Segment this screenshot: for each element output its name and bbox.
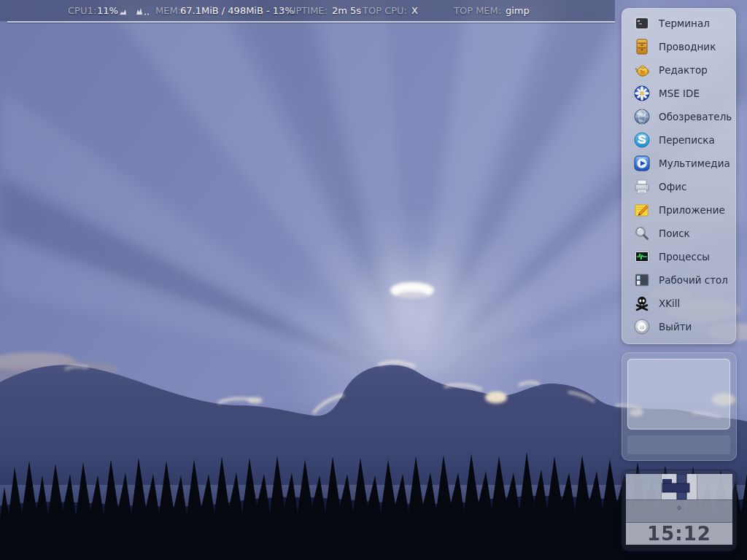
top-mem-value: gimp [506,5,530,16]
skull-icon [632,295,651,313]
launcher-item-label: Приложение [659,204,725,216]
launcher-item-label: Процессы [659,251,710,262]
pager-panel [622,352,737,461]
clock-time: 15:12 [647,523,711,545]
clock-panel: ° 15:12 [622,470,737,551]
launcher-item-terminal[interactable]: Терминал [622,12,736,35]
launcher-item-label: Офис [659,181,686,192]
mem-value: 67.1MiB / 498MiB - 13% [180,5,294,16]
flag-cell-right [697,474,732,499]
uptime-label: UPTIME: [289,5,328,16]
note-pencil-icon [632,201,651,219]
launcher-item-browser[interactable]: Обозреватель [622,105,736,128]
cpu-value: 11% [97,5,118,16]
cpu-graph-icon [119,7,128,16]
top-cpu-label: TOP CPU: [363,5,407,16]
launcher-item-label: Редактор [659,64,708,76]
top-mem-label: TOP MEM: [454,5,501,16]
ide-flower-icon [632,85,651,103]
cpu-history-graph-icon [136,7,150,16]
launcher-item-label: Проводник [659,41,716,52]
launcher-item-label: Поиск [659,228,690,239]
mem-label: MEM: [155,5,181,16]
clock-display: 15:12 [626,523,732,545]
launcher-item-messenger[interactable]: Переписка [622,128,736,152]
file-manager-icon [632,38,651,56]
status-bar-separator [7,21,615,23]
launcher-item-search[interactable]: Поиск [622,222,736,245]
launcher-item-label: MSE IDE [659,88,700,99]
system-monitor-icon [632,248,651,266]
launcher-item-office[interactable]: Офис [622,175,736,198]
power-icon [632,318,651,336]
terminal-icon [632,15,651,33]
launcher-item-label: Выйти [659,321,692,332]
degree-symbol: ° [676,505,682,518]
launcher-panel: Терминал Проводник [622,8,736,344]
pager-tray-area [627,435,730,454]
launcher-item-label: Переписка [659,134,715,146]
launcher-item-label: Мультимедиа [659,158,730,169]
launcher-item-label: Рабочий стол [659,274,728,286]
desktop-icon [632,271,651,289]
desktop: CPU1: 11% MEM: 67.1MiB / 498MiB - 13% UP… [0,0,747,560]
status-bar: CPU1: 11% MEM: 67.1MiB / 498MiB - 13% UP… [0,0,615,21]
uptime-value: 2m 5s [332,5,361,16]
launcher-item-application[interactable]: Приложение [622,198,736,222]
launcher-item-file-manager[interactable]: Проводник [622,35,736,58]
launcher-item-logout[interactable]: Выйти [622,315,736,338]
media-player-icon [632,155,651,173]
nordic-cross-flag-icon [662,474,697,499]
top-cpu-value: X [411,5,418,16]
cpu-label: CPU1: [68,5,96,16]
browser-globe-icon [632,108,651,126]
launcher-item-xkill[interactable]: XKill [622,292,736,315]
printer-icon [632,178,651,196]
editor-icon [632,61,651,79]
workspace-preview[interactable] [627,359,730,429]
launcher-item-multimedia[interactable]: Мультимедиа [622,152,736,175]
search-icon [632,225,651,243]
skype-icon [632,131,651,149]
launcher-item-editor[interactable]: Редактор [622,58,736,82]
flag-cell-left [626,474,662,499]
temperature-display: ° [626,500,732,523]
flag-applet[interactable] [626,474,732,500]
launcher-item-label: XKill [659,298,680,309]
launcher-item-label: Терминал [659,18,710,29]
flag-cell-middle [662,474,697,499]
launcher-item-show-desktop[interactable]: Рабочий стол [622,268,736,292]
launcher-item-processes[interactable]: Процессы [622,245,736,268]
launcher-item-label: Обозреватель [659,111,732,122]
launcher-item-ide[interactable]: MSE IDE [622,82,736,105]
